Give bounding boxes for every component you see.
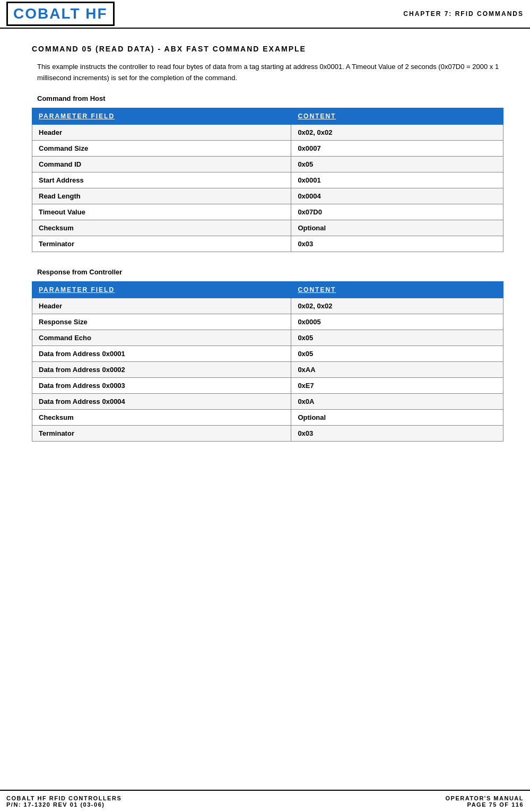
field-cell: Terminator — [32, 425, 291, 441]
table2-col1-header: PARAMETER FIELD — [32, 281, 291, 298]
content-cell: 0x03 — [291, 236, 503, 252]
content-cell: 0xAA — [291, 361, 503, 377]
table1-section-label: Command from Host — [37, 94, 503, 102]
field-cell: Read Length — [32, 188, 291, 204]
table-row: Terminator0x03 — [32, 425, 503, 441]
table-row: Command ID0x05 — [32, 156, 503, 172]
description: This example instructs the controller to… — [37, 62, 503, 84]
table-row: ChecksumOptional — [32, 220, 503, 236]
table-row: Command Size0x0007 — [32, 140, 503, 156]
table-row: Terminator0x03 — [32, 236, 503, 252]
content-cell: 0xE7 — [291, 377, 503, 393]
command-table: PARAMETER FIELD CONTENT Header0x02, 0x02… — [32, 108, 503, 252]
table-row: Start Address0x0001 — [32, 172, 503, 188]
field-cell: Checksum — [32, 220, 291, 236]
footer-right-line2: PAGE 75 OF 116 — [446, 801, 524, 808]
table1-header-row: PARAMETER FIELD CONTENT — [32, 108, 503, 124]
footer-right: OPERATOR'S MANUAL PAGE 75 OF 116 — [446, 795, 524, 808]
content-cell: 0x02, 0x02 — [291, 298, 503, 314]
table-row: Data from Address 0x00030xE7 — [32, 377, 503, 393]
table1-col1-header: PARAMETER FIELD — [32, 108, 291, 124]
footer-left-line1: COBALT HF RFID CONTROLLERS — [6, 795, 121, 801]
table-row: Response Size0x0005 — [32, 314, 503, 330]
content-cell: 0x05 — [291, 330, 503, 345]
table-row: Read Length0x0004 — [32, 188, 503, 204]
content-cell: Optional — [291, 220, 503, 236]
content-cell: 0x05 — [291, 156, 503, 172]
page-title: COMMAND 05 (READ DATA) - ABX FAST COMMAN… — [32, 45, 503, 53]
page-header: COBALT HF CHAPTER 7: RFID COMMANDS — [0, 0, 530, 29]
table-row: Data from Address 0x00020xAA — [32, 361, 503, 377]
chapter-title: CHAPTER 7: RFID COMMANDS — [403, 10, 524, 18]
table-row: Command Echo0x05 — [32, 330, 503, 345]
content-cell: 0x0005 — [291, 314, 503, 330]
field-cell: Checksum — [32, 409, 291, 425]
table-row: Header0x02, 0x02 — [32, 124, 503, 140]
field-cell: Command Echo — [32, 330, 291, 345]
table-row: Header0x02, 0x02 — [32, 298, 503, 314]
field-cell: Data from Address 0x0001 — [32, 345, 291, 361]
content-cell: 0x0004 — [291, 188, 503, 204]
table-row: Data from Address 0x00040x0A — [32, 393, 503, 409]
field-cell: Data from Address 0x0003 — [32, 377, 291, 393]
table-row: Data from Address 0x00010x05 — [32, 345, 503, 361]
logo-text: COBALT HF — [13, 5, 108, 22]
main-content: COMMAND 05 (READ DATA) - ABX FAST COMMAN… — [0, 29, 530, 468]
field-cell: Command ID — [32, 156, 291, 172]
content-cell: 0x02, 0x02 — [291, 124, 503, 140]
content-cell: 0x03 — [291, 425, 503, 441]
field-cell: Command Size — [32, 140, 291, 156]
content-cell: 0x0007 — [291, 140, 503, 156]
field-cell: Terminator — [32, 236, 291, 252]
content-cell: Optional — [291, 409, 503, 425]
table2-section-label: Response from Controller — [37, 268, 503, 276]
logo-box: COBALT HF — [6, 2, 115, 26]
field-cell: Data from Address 0x0004 — [32, 393, 291, 409]
field-cell: Timeout Value — [32, 204, 291, 220]
footer-left: COBALT HF RFID CONTROLLERS P/N: 17-1320 … — [6, 795, 121, 808]
field-cell: Header — [32, 124, 291, 140]
field-cell: Response Size — [32, 314, 291, 330]
table-row: ChecksumOptional — [32, 409, 503, 425]
footer-left-line2: P/N: 17-1320 REV 01 (03-06) — [6, 801, 121, 808]
footer-right-line1: OPERATOR'S MANUAL — [446, 795, 524, 801]
content-cell: 0x07D0 — [291, 204, 503, 220]
response-table: PARAMETER FIELD CONTENT Header0x02, 0x02… — [32, 281, 503, 442]
page-footer: COBALT HF RFID CONTROLLERS P/N: 17-1320 … — [0, 790, 530, 812]
table1-col2-header: CONTENT — [291, 108, 503, 124]
field-cell: Header — [32, 298, 291, 314]
field-cell: Data from Address 0x0002 — [32, 361, 291, 377]
table2-header-row: PARAMETER FIELD CONTENT — [32, 281, 503, 298]
content-cell: 0x0001 — [291, 172, 503, 188]
table2-col2-header: CONTENT — [291, 281, 503, 298]
content-cell: 0x0A — [291, 393, 503, 409]
field-cell: Start Address — [32, 172, 291, 188]
content-cell: 0x05 — [291, 345, 503, 361]
table-row: Timeout Value0x07D0 — [32, 204, 503, 220]
